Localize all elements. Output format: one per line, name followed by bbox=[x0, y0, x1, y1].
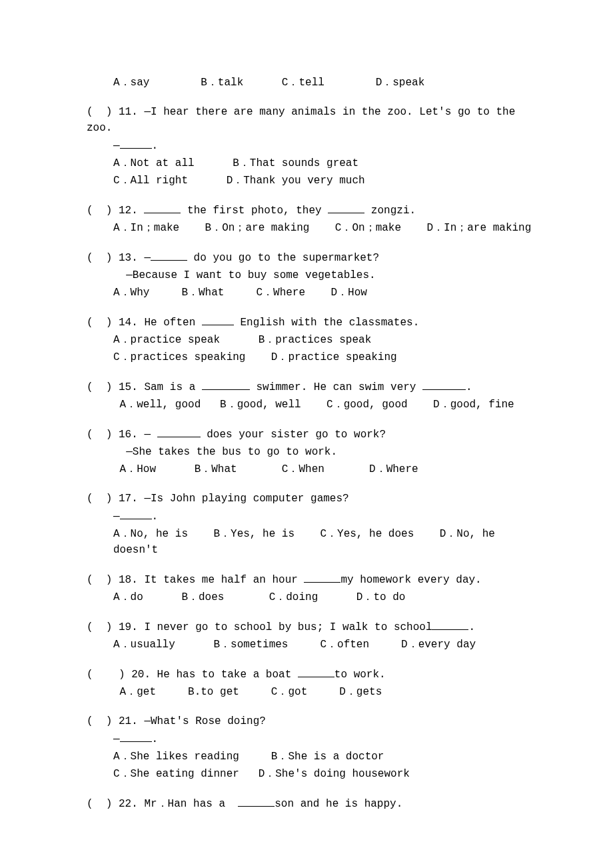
question-line: A．Not at all B．That sounds great bbox=[113, 155, 536, 171]
question-line: ( ) 17. —Is John playing computer games? bbox=[87, 491, 536, 507]
question-line: A．No, he is B．Yes, he is C．Yes, he does … bbox=[113, 526, 536, 558]
question-line: ( ) 12. the first photo, they zongzi. bbox=[87, 202, 536, 219]
question-22: ( ) 22. Mr．Han has a son and he is happy… bbox=[87, 795, 536, 812]
question-line: ( ) 19. I never go to school by bus; I w… bbox=[87, 619, 536, 635]
question-line: ( ) 13. — do you go to the supermarket? bbox=[87, 249, 536, 266]
question-line: ( ) 15. Sam is a swimmer. He can swim ve… bbox=[87, 379, 536, 395]
worksheet-body: A．say B．talk C．tell D．speak( ) 11. —I he… bbox=[87, 75, 536, 812]
question-18: ( ) 18. It takes me half an hour my home… bbox=[87, 571, 536, 605]
question-line: ( ) 14. He often English with the classm… bbox=[87, 314, 536, 331]
question-line: A．usually B．sometimes C．often D．every da… bbox=[113, 637, 536, 653]
question-17: ( ) 17. —Is John playing computer games?… bbox=[87, 491, 536, 558]
question-line: A．practice speak B．practices speak bbox=[113, 332, 536, 348]
question-16: ( ) 16. — does your sister go to work? —… bbox=[87, 426, 536, 477]
question-line: A．get B.to get C．got D．gets bbox=[113, 684, 536, 700]
question-line: ( ) 20. He has to take a boat to work. bbox=[87, 666, 536, 683]
question-prev-options: A．say B．talk C．tell D．speak bbox=[87, 75, 536, 91]
question-line: —. bbox=[113, 731, 536, 747]
question-line: A．In；make B．On；are making C．On；make D．In… bbox=[113, 220, 536, 236]
question-13: ( ) 13. — do you go to the supermarket? … bbox=[87, 249, 536, 301]
question-line: ( ) 11. —I hear there are many animals i… bbox=[87, 104, 536, 136]
question-line: A．She likes reading B．She is a doctor bbox=[113, 749, 536, 765]
question-line: A．say B．talk C．tell D．speak bbox=[113, 75, 536, 91]
question-line: C．She eating dinner D．She's doing housew… bbox=[113, 766, 536, 782]
question-15: ( ) 15. Sam is a swimmer. He can swim ve… bbox=[87, 379, 536, 413]
question-line: —. bbox=[113, 508, 536, 525]
question-line: —Because I want to buy some vegetables. bbox=[113, 267, 536, 283]
question-11: ( ) 11. —I hear there are many animals i… bbox=[87, 104, 536, 189]
question-line: A．well, good B．good, well C．good, good D… bbox=[113, 397, 536, 413]
question-line: A．do B．does C．doing D．to do bbox=[113, 589, 536, 605]
question-19: ( ) 19. I never go to school by bus; I w… bbox=[87, 619, 536, 653]
question-line: —. bbox=[113, 137, 536, 154]
question-line: A．How B．What C．When D．Where bbox=[113, 461, 536, 477]
question-line: ( ) 18. It takes me half an hour my home… bbox=[87, 571, 536, 588]
question-20: ( ) 20. He has to take a boat to work. A… bbox=[87, 666, 536, 700]
question-line: ( ) 22. Mr．Han has a son and he is happy… bbox=[87, 795, 536, 812]
question-line: ( ) 21. —What's Rose doing? bbox=[87, 713, 536, 729]
question-line: C．All right D．Thank you very much bbox=[113, 173, 536, 189]
question-line: —She takes the bus to go to work. bbox=[113, 444, 536, 460]
question-21: ( ) 21. —What's Rose doing?—.A．She likes… bbox=[87, 713, 536, 782]
question-line: A．Why B．What C．Where D．How bbox=[113, 285, 536, 301]
question-line: C．practices speaking D．practice speaking bbox=[113, 349, 536, 365]
question-line: ( ) 16. — does your sister go to work? bbox=[87, 426, 536, 443]
question-12: ( ) 12. the first photo, they zongzi.A．I… bbox=[87, 202, 536, 236]
question-14: ( ) 14. He often English with the classm… bbox=[87, 314, 536, 365]
